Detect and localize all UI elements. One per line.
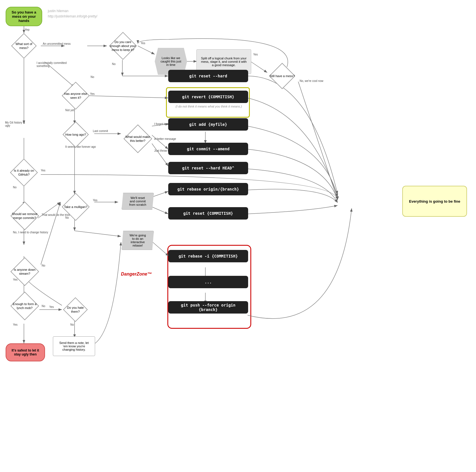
interactive-rebase-node: We're going to do an interactive rebase! <box>122 231 154 250</box>
olive-note: (I do not think it means what you think … <box>167 105 251 108</box>
last-commit-label: Last commit <box>93 129 108 133</box>
svg-line-18 <box>152 144 168 166</box>
yep-label: Yep <box>25 28 30 31</box>
svg-line-9 <box>298 82 338 200</box>
svg-line-8 <box>250 61 267 73</box>
svg-line-25 <box>75 231 121 236</box>
do-you-care-diamond: Do you care enough about your mess to ke… <box>107 33 138 59</box>
no-change-history-label: No, I need to change history <box>13 231 48 234</box>
git-reset-commitish-node: git reset {COMMITISH} <box>168 207 248 220</box>
svg-line-19 <box>89 96 168 98</box>
end-fine-node: Everything is going to be fine <box>402 186 467 217</box>
on-github-diamond: Is it already on GitHub? <box>8 160 39 185</box>
take-mulligan-diamond: Take a mulligan? <box>60 194 91 220</box>
danger-zone-label: DangerZone™ <box>121 272 152 277</box>
how-long-diamond: How long ago? <box>60 123 91 146</box>
git-rebase-i-node: git rebase -i {COMMITISH} <box>168 250 248 262</box>
no-downstream-label: No <box>42 264 45 267</box>
has-anyone-diamond: Has anyone else seen it? <box>60 83 91 108</box>
no-lynch-label: No <box>42 305 45 308</box>
send-note-node: Send them a note, let 'em know you're ch… <box>53 336 95 356</box>
svg-line-6 <box>138 46 155 54</box>
git-reset-head-node: git reset --hard HEAD^ <box>168 162 248 174</box>
svg-line-22 <box>152 191 168 197</box>
svg-line-26 <box>152 241 169 256</box>
no-do-care-label: No <box>112 62 116 66</box>
well-reset-node: We'll reset and commit from scratch <box>122 193 154 210</box>
enough-lynch-diamond: Enough to form a lynch mob? <box>8 293 41 319</box>
svg-line-23 <box>152 207 168 214</box>
better-msg-label: A better message <box>154 137 176 140</box>
not-yet-label: Not yet <box>65 109 74 112</box>
no-hate-label: No <box>70 323 74 326</box>
yes-lynch-label: Yes <box>13 323 17 326</box>
committed-label: I accidentally committed something <box>37 61 73 68</box>
git-commit-amend-node: git commit --amend <box>168 143 248 155</box>
remove-merge-diamond: Should we remove merge commits? <box>8 203 41 229</box>
ugly-history-label: My Git history is ugly <box>5 121 30 127</box>
author-info: justin hileman http://justinhileman.info… <box>48 8 97 19</box>
yes-mulligan-label: Yes <box>93 199 97 202</box>
yes-do-care-label: Yes <box>141 42 145 45</box>
still-mess-diamond: Still have a mess? <box>267 65 298 87</box>
author-url: http://justinhileman.info/git-pretty/ <box>48 14 97 19</box>
git-reset-hard-node: git reset --hard <box>168 70 248 82</box>
git-rebase-origin-node: git rebase origin/{branch} <box>168 183 248 195</box>
git-revert-node: git revert {COMMITISH} <box>168 91 248 103</box>
anyone-downstream-diamond: Is anyone down stream? <box>8 259 41 284</box>
what-better-diamond: What would make this better? <box>122 126 154 151</box>
ellipsis-node: ... <box>168 276 248 288</box>
no-github-label: No <box>13 186 17 189</box>
what-sort-diamond: What sort of mess? <box>8 33 39 59</box>
do-you-hate-diamond: Do you hate them? <box>61 298 89 321</box>
no-has-anyone: No <box>91 75 94 79</box>
author-name: justin hileman <box>48 8 97 14</box>
uncommitted-label: An uncommitted mess <box>43 42 71 45</box>
no-cool-label: No, we're cool now <box>300 79 323 82</box>
yes-hate-label: Yes <box>49 305 54 308</box>
git-push-force-node: git push --force origin {branch} <box>168 301 248 314</box>
end-ugly-node: It's safest to let it stay ugly then <box>6 343 45 361</box>
git-add-node: git add {myfile} <box>168 118 248 131</box>
yes-github-label: Yes <box>41 169 45 172</box>
start-node: So you have a mess on your hands <box>6 7 42 26</box>
yes-split-label: Yes <box>253 53 258 56</box>
